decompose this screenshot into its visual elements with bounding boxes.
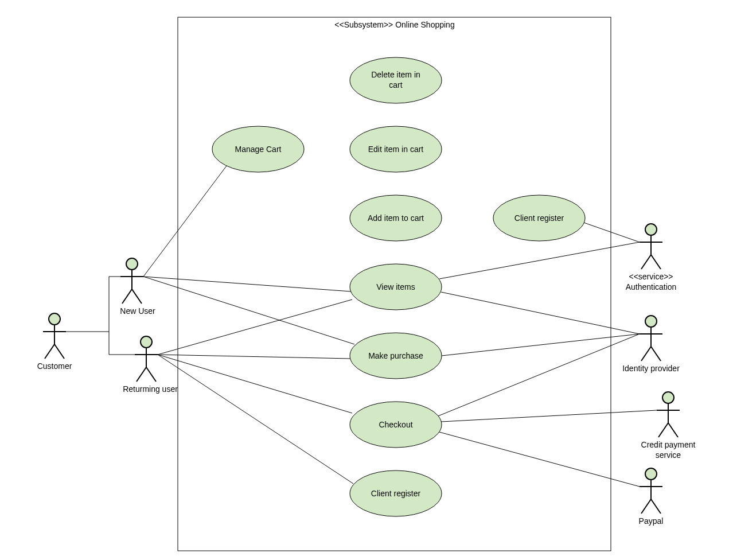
assoc-credit-checkout (441, 410, 657, 422)
svg-point-25 (662, 392, 674, 403)
usecase-view-items-label: View items (376, 282, 415, 291)
actor-credit-payment-label-2: service (656, 450, 681, 460)
actor-credit-payment (657, 392, 680, 437)
assoc-paypal-checkout (439, 432, 640, 487)
usecase-checkout-label: Checkout (379, 420, 412, 429)
svg-point-5 (126, 258, 138, 270)
usecase-client-register-top-label: Client register (514, 213, 564, 223)
actor-returning-user (135, 336, 158, 382)
assoc-identity-checkout (438, 334, 640, 416)
actor-new-user (120, 258, 143, 304)
usecase-manage-cart-label: Manage Cart (235, 145, 282, 154)
actor-identity-provider (640, 316, 662, 361)
svg-line-14 (146, 367, 156, 382)
actor-authentication (640, 224, 662, 269)
svg-line-18 (641, 255, 651, 269)
actor-new-user-label: New User (120, 306, 155, 316)
svg-point-0 (49, 313, 60, 325)
actor-paypal (640, 468, 662, 514)
assoc-returning-viewitems (158, 300, 352, 355)
svg-line-13 (137, 367, 146, 382)
svg-line-28 (658, 423, 668, 437)
svg-line-24 (651, 347, 661, 361)
usecase-add-item-label: Add item to cart (368, 213, 424, 223)
assoc-returning-makepurchase (158, 355, 350, 359)
assoc-auth-clientregister (584, 223, 640, 242)
svg-line-8 (122, 289, 132, 304)
usecase-make-purchase-label: Make purchase (368, 351, 423, 360)
actor-customer (43, 313, 66, 359)
assoc-newuser-makepurchase (143, 277, 354, 344)
assoc-auth-viewitems (439, 242, 640, 279)
svg-line-19 (651, 255, 661, 269)
assoc-newuser-viewitems (143, 277, 351, 291)
svg-point-10 (141, 336, 152, 348)
usecase-edit-item-label: Edit item in cart (368, 145, 424, 154)
svg-line-29 (668, 423, 678, 437)
assoc-returning-clientregister (158, 355, 353, 484)
svg-point-15 (645, 224, 657, 235)
actor-paypal-label: Paypal (639, 516, 664, 526)
assoc-customer-returninguser (109, 332, 135, 355)
usecase-client-register-bottom-label: Client register (371, 489, 421, 498)
assoc-identity-viewitems (441, 292, 640, 334)
use-case-diagram: <<Subsystem>> Online Shopping Delete ite… (0, 0, 729, 560)
actor-authentication-label-2: Authentication (626, 282, 677, 291)
svg-point-20 (645, 316, 657, 327)
assoc-returning-checkout (158, 355, 352, 413)
assoc-identity-makepurchase (442, 334, 640, 356)
usecase-delete-item-label-1: Delete item in (371, 70, 420, 79)
svg-line-3 (45, 344, 54, 359)
svg-point-30 (645, 468, 657, 480)
actor-authentication-label-1: <<service>> (629, 272, 673, 281)
svg-line-23 (641, 347, 651, 361)
assoc-newuser-managecart (143, 166, 227, 277)
svg-line-9 (132, 289, 142, 304)
svg-line-34 (651, 499, 661, 514)
usecase-delete-item-label-2: cart (389, 80, 402, 90)
svg-line-4 (54, 344, 64, 359)
system-title: <<Subsystem>> Online Shopping (334, 20, 454, 29)
actor-credit-payment-label-1: Credit payment (641, 440, 696, 449)
actor-identity-provider-label: Identity provider (622, 364, 680, 373)
actor-customer-label: Customer (37, 361, 72, 371)
svg-line-33 (641, 499, 651, 514)
assoc-customer-newuser (66, 277, 120, 332)
actor-returning-user-label: Returming user (123, 384, 178, 394)
